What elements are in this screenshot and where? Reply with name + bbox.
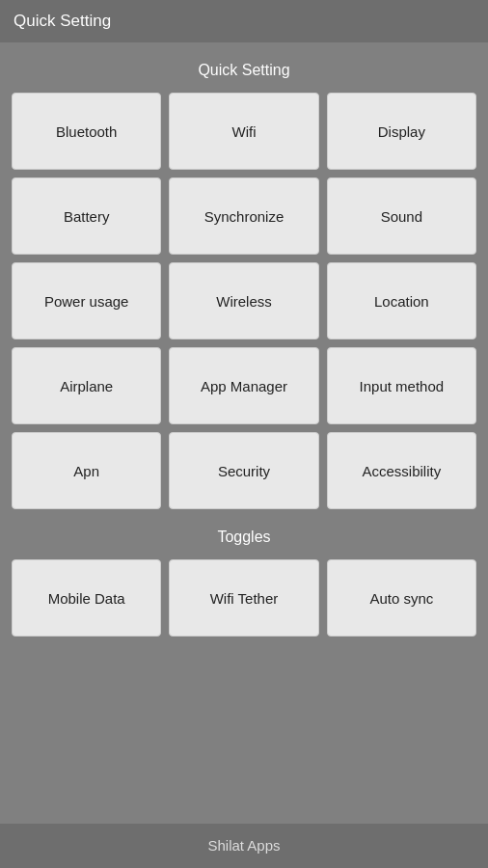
quick-btn-apn[interactable]: Apn (12, 432, 161, 509)
quick-btn-accessibility[interactable]: Accessibility (327, 432, 476, 509)
quick-setting-label: Quick Setting (12, 62, 476, 79)
footer: Shilat Apps (0, 824, 488, 868)
quick-btn-security[interactable]: Security (169, 432, 318, 509)
quick-btn-location[interactable]: Location (327, 262, 476, 339)
quick-btn-input-method[interactable]: Input method (327, 347, 476, 424)
footer-label: Shilat Apps (207, 837, 280, 854)
quick-btn-app-manager[interactable]: App Manager (169, 347, 318, 424)
toggles-label: Toggles (12, 529, 476, 546)
toggle-btn-mobile-data[interactable]: Mobile Data (12, 559, 161, 637)
toggle-btn-auto-sync[interactable]: Auto sync (327, 559, 476, 637)
quick-btn-power-usage[interactable]: Power usage (12, 262, 161, 339)
quick-btn-airplane[interactable]: Airplane (12, 347, 161, 424)
main-content: Quick Setting BluetoothWifiDisplayBatter… (0, 42, 488, 824)
toggles-grid: Mobile DataWifi TetherAuto sync (12, 559, 476, 637)
quick-btn-battery[interactable]: Battery (12, 177, 161, 255)
quick-btn-wireless[interactable]: Wireless (169, 262, 318, 339)
quick-setting-grid: BluetoothWifiDisplayBatterySynchronizeSo… (12, 93, 476, 509)
quick-btn-sound[interactable]: Sound (327, 177, 476, 255)
toggle-btn-wifi-tether[interactable]: Wifi Tether (169, 559, 318, 637)
quick-btn-wifi[interactable]: Wifi (169, 93, 318, 170)
quick-btn-bluetooth[interactable]: Bluetooth (12, 93, 161, 170)
title-bar: Quick Setting (0, 0, 488, 42)
quick-btn-display[interactable]: Display (327, 93, 476, 170)
quick-btn-synchronize[interactable]: Synchronize (169, 177, 318, 255)
app-title: Quick Setting (14, 12, 111, 30)
